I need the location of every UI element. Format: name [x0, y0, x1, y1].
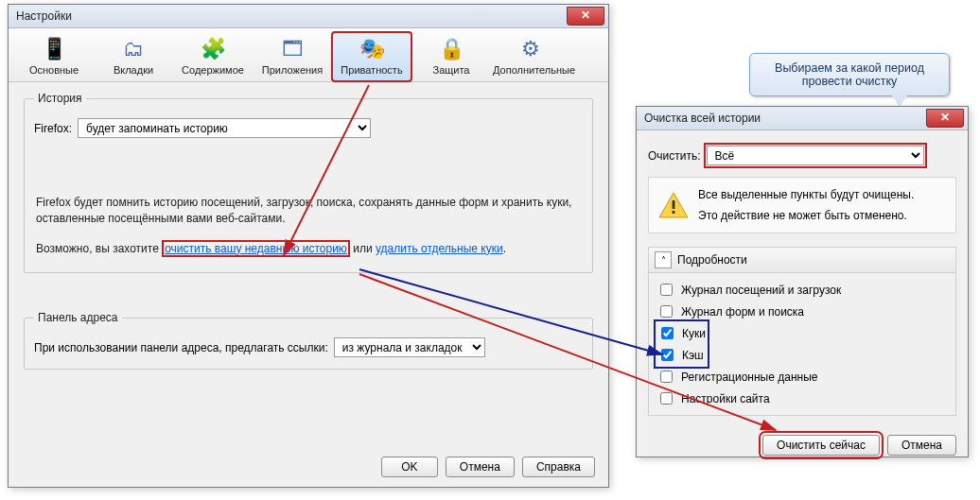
addressbar-mode-select[interactable]: из журнала и закладок: [334, 337, 485, 357]
settings-window: Настройки ✕ 📱Основные 🗂Вкладки 🧩Содержим…: [8, 4, 609, 488]
tab-security[interactable]: 🔒Защита: [411, 32, 491, 81]
tab-apps[interactable]: 🗔Приложения: [253, 32, 332, 81]
history-description: Firefox будет помнить историю посещений,…: [36, 195, 581, 228]
warn-line1: Все выделенные пункты будут очищены.: [698, 187, 946, 202]
history-legend: История: [34, 92, 86, 105]
chevron-up-icon[interactable]: ˄: [655, 251, 672, 268]
history-group: История Firefox: будет запоминать истори…: [24, 92, 593, 273]
warn-line2: Это действие не может быть отменено.: [698, 208, 946, 223]
ok-button[interactable]: OK: [381, 457, 438, 477]
clear-history-window: Очистка всей истории ✕ Очистить: Всё Все…: [636, 106, 969, 457]
delete-cookies-link[interactable]: удалить отдельные куки: [376, 242, 503, 255]
close-icon[interactable]: ✕: [926, 109, 964, 128]
callout-tooltip: Выбираем за какой период провести очистк…: [749, 53, 950, 96]
tab-general[interactable]: 📱Основные: [14, 32, 94, 81]
settings-body: История Firefox: будет запоминать истори…: [9, 82, 608, 392]
lock-icon: 🔒: [413, 36, 489, 62]
clear-now-button[interactable]: Очистить сейчас: [762, 435, 880, 456]
help-button[interactable]: Справка: [522, 457, 595, 477]
warning-box: Все выделенные пункты будут очищены. Это…: [648, 177, 956, 233]
chk-cookies[interactable]: Куки: [657, 322, 706, 344]
chk-site-settings[interactable]: Настройки сайта: [656, 388, 948, 409]
phone-icon: 📱: [16, 36, 92, 62]
close-icon[interactable]: ✕: [567, 7, 604, 26]
mask-icon: 🎭: [334, 36, 410, 62]
chk-logins[interactable]: Регистрационные данные: [656, 366, 948, 388]
tab-advanced[interactable]: ⚙Дополнительные: [491, 32, 570, 81]
details-header[interactable]: ˄ Подробности: [648, 247, 956, 273]
addressbar-legend: Панель адреса: [34, 311, 122, 324]
chk-browsing[interactable]: Журнал посещений и загрузок: [656, 279, 948, 301]
warning-icon: [658, 192, 689, 218]
firefox-label: Firefox:: [34, 122, 72, 135]
settings-titlebar: Настройки ✕: [9, 5, 608, 28]
range-label: Очистить:: [648, 149, 701, 163]
cancel-button[interactable]: Отмена: [446, 457, 515, 477]
clear-cancel-button[interactable]: Отмена: [887, 435, 956, 456]
tab-content[interactable]: 🧩Содержимое: [173, 32, 253, 81]
settings-footer: OK Отмена Справка: [381, 457, 595, 477]
details-label: Подробности: [677, 253, 747, 267]
svg-rect-2: [673, 211, 675, 214]
addressbar-group: Панель адреса При использовании панели а…: [24, 311, 593, 370]
clear-titlebar: Очистка всей истории ✕: [637, 107, 968, 130]
chk-forms[interactable]: Журнал форм и поиска: [656, 301, 948, 322]
history-mode-select[interactable]: будет запоминать историю: [78, 118, 371, 138]
time-range-select[interactable]: Всё: [707, 146, 924, 165]
gear-icon: ⚙: [493, 36, 569, 62]
content-icon: 🧩: [175, 36, 251, 62]
svg-rect-1: [673, 200, 675, 209]
tab-tabs[interactable]: 🗂Вкладки: [94, 32, 173, 81]
tab-privacy[interactable]: 🎭Приватность: [332, 32, 411, 81]
tabs-icon: 🗂: [96, 36, 171, 62]
apps-icon: 🗔: [254, 36, 330, 62]
clear-footer: Очистить сейчас Отмена: [637, 425, 968, 467]
history-links: Возможно, вы захотите очистить вашу неда…: [36, 241, 581, 257]
settings-title: Настройки: [12, 9, 72, 23]
clear-body: Очистить: Всё Все выделенные пункты буду…: [637, 130, 968, 425]
settings-toolbar: 📱Основные 🗂Вкладки 🧩Содержимое 🗔Приложен…: [9, 28, 608, 82]
details-body: Журнал посещений и загрузок Журнал форм …: [648, 273, 956, 416]
clear-recent-history-link[interactable]: очистить вашу недавнюю историю: [162, 240, 350, 257]
chk-cache[interactable]: Кэш: [657, 344, 706, 366]
clear-title: Очистка всей истории: [640, 112, 761, 125]
addressbar-label: При использовании панели адреса, предлаг…: [34, 341, 328, 354]
